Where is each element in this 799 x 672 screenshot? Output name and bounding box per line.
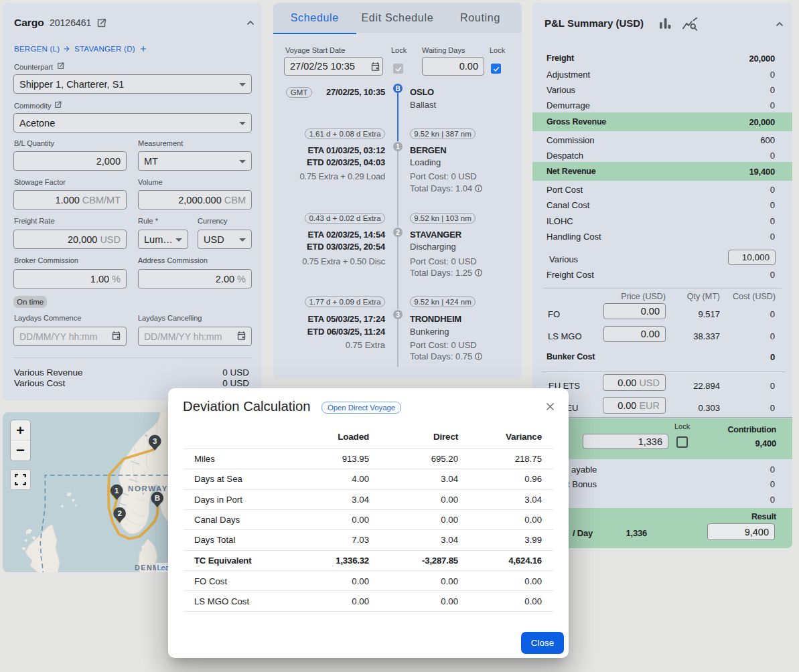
- svg-text:B: B: [155, 494, 160, 502]
- svg-text:3: 3: [153, 437, 157, 445]
- svg-text:2: 2: [117, 509, 121, 517]
- svg-text:NORWAY: NORWAY: [128, 485, 168, 493]
- svg-text:1: 1: [115, 487, 119, 495]
